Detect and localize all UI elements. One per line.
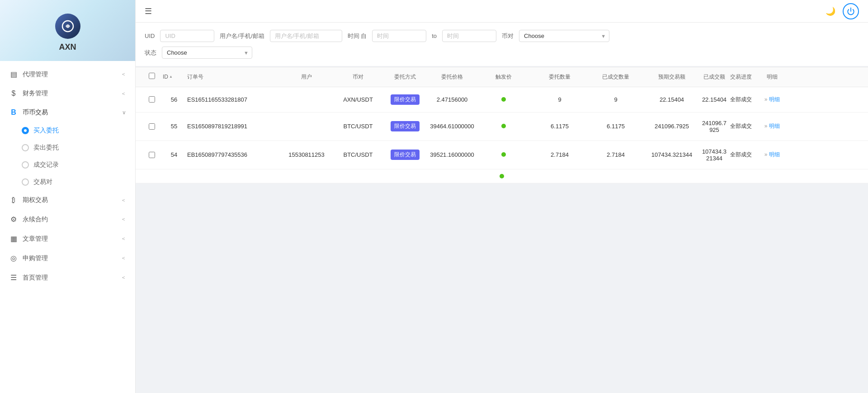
sidebar-item-perpetual[interactable]: ⚙ 永续合约 ＜: [0, 210, 135, 229]
row3-arrow: »: [764, 151, 768, 158]
hamburger-icon[interactable]: ☰: [145, 6, 152, 16]
row2-checkbox-cell[interactable]: [143, 123, 161, 130]
article-mgmt-label: 文章管理: [23, 235, 48, 243]
row2-method: 限价交易: [382, 121, 428, 131]
sell-orders-label: 卖出委托: [33, 144, 59, 152]
sidebar-item-trade-records[interactable]: 成交记录: [0, 156, 135, 173]
coin-trade-icon: B: [9, 108, 18, 117]
sidebar-item-trade-pairs[interactable]: 交易对: [0, 173, 135, 191]
username-input[interactable]: [270, 30, 342, 42]
th-trigger: 触发价: [476, 74, 531, 81]
th-method: 委托方式: [382, 74, 428, 81]
sidebar-item-ipo-mgmt[interactable]: ◎ 申购管理 ＜: [0, 248, 135, 268]
status-select-wrap: Choose ▼: [162, 47, 252, 59]
row1-checkbox[interactable]: [143, 96, 161, 103]
sidebar-item-home-mgmt[interactable]: ☰ 首页管理 ＜: [0, 268, 135, 287]
time-to-input[interactable]: [442, 30, 496, 42]
time-from-input[interactable]: [372, 30, 426, 42]
perpetual-icon: ⚙: [9, 215, 18, 224]
row2-trigger: [476, 123, 531, 130]
row2-method-badge: 限价交易: [391, 121, 420, 131]
finance-mgmt-arrow: ＜: [121, 90, 126, 98]
pair-select[interactable]: Choose AXN/USDT BTC/USDT: [519, 30, 609, 42]
th-filled-vol: 已成交额: [701, 74, 728, 81]
filter-row-1: UID 用户名/手机/邮箱 时间 自 to 币对 Choose AXN/USDT…: [145, 30, 859, 42]
row1-trigger: [476, 96, 531, 103]
uid-input[interactable]: [160, 30, 214, 42]
row2-expected-vol: 241096.7925: [645, 123, 699, 130]
row1-progress-text: 全部成交: [730, 96, 752, 103]
coin-trade-arrow: ∨: [122, 109, 126, 116]
th-checkbox: [143, 73, 161, 81]
power-button[interactable]: [843, 3, 859, 19]
perpetual-label: 永续合约: [23, 215, 48, 224]
row2-detail: » 明细: [754, 122, 790, 130]
moon-icon[interactable]: 🌙: [826, 6, 835, 16]
row2-qty: 6.1175: [533, 123, 587, 130]
row1-progress: 全部成交: [730, 96, 752, 103]
agent-mgmt-icon: ▤: [9, 70, 18, 79]
sidebar-logo: AXN: [0, 0, 135, 61]
row2-check[interactable]: [149, 123, 155, 130]
status-label: 状态: [145, 49, 156, 57]
th-price: 委托价格: [429, 74, 475, 81]
row1-filled-vol: 22.15404: [701, 96, 728, 103]
logo-text: AXN: [59, 42, 76, 52]
article-mgmt-arrow: ＜: [121, 235, 126, 243]
row1-id: 56: [163, 96, 185, 103]
perpetual-arrow: ＜: [121, 215, 126, 223]
th-detail: 明细: [754, 74, 790, 81]
id-sort[interactable]: ▲: [169, 75, 173, 79]
futures-arrow: ＜: [121, 196, 126, 204]
sidebar-item-article-mgmt[interactable]: ▦ 文章管理 ＜: [0, 229, 135, 248]
row1-check[interactable]: [149, 96, 155, 103]
row1-trigger-dot: [501, 97, 506, 102]
header-checkbox[interactable]: [149, 73, 155, 79]
sidebar-item-buy-orders[interactable]: 买入委托: [0, 122, 135, 139]
row2-pair: BTC/USDT: [335, 123, 381, 130]
home-mgmt-label: 首页管理: [23, 274, 48, 282]
row3-price: 39521.16000000: [429, 151, 475, 158]
ipo-mgmt-arrow: ＜: [121, 254, 126, 262]
row3-filled-qty: 2.7184: [589, 151, 643, 158]
row3-filled-vol: 107434.321344: [701, 148, 728, 162]
futures-icon: ₿: [9, 196, 18, 204]
ipo-mgmt-icon: ◎: [9, 254, 18, 262]
row1-detail-link[interactable]: 明细: [769, 96, 780, 103]
sidebar-item-agent-mgmt[interactable]: ▤ 代理管理 ＜: [0, 65, 135, 84]
futures-label: 期权交易: [23, 196, 48, 204]
row3-checkbox-cell[interactable]: [143, 152, 161, 158]
row3-check[interactable]: [149, 152, 155, 158]
status-select[interactable]: Choose: [162, 47, 252, 59]
row3-id: 54: [163, 151, 185, 158]
home-mgmt-icon: ☰: [9, 273, 18, 282]
sidebar-item-sell-orders[interactable]: 卖出委托: [0, 139, 135, 156]
sidebar-item-finance-mgmt[interactable]: $ 财务管理 ＜: [0, 84, 135, 103]
table-row-3: 54 EB1650897797435536 15530811253 BTC/US…: [143, 141, 861, 169]
row2-trigger-dot: [501, 124, 506, 128]
ipo-mgmt-label: 申购管理: [23, 254, 48, 262]
sidebar-nav: ▤ 代理管理 ＜ $ 财务管理 ＜ B 币币交易 ∨ 买入委托: [0, 61, 135, 393]
th-expected-vol: 预期交易额: [645, 74, 699, 81]
row3-progress-text: 全部成交: [730, 151, 752, 159]
logo-icon: [55, 14, 80, 39]
sell-orders-dot: [22, 144, 29, 151]
row3-trigger-dot: [501, 152, 506, 157]
row3-progress: 全部成交: [730, 151, 752, 159]
sidebar-item-futures[interactable]: ₿ 期权交易 ＜: [0, 191, 135, 210]
row3-detail-link[interactable]: 明细: [769, 151, 780, 158]
article-mgmt-icon: ▦: [9, 234, 18, 243]
coin-trade-submenu: 买入委托 卖出委托 成交记录 交易对: [0, 122, 135, 191]
row2-progress: 全部成交: [730, 122, 752, 130]
row2-progress-text: 全部成交: [730, 122, 752, 130]
row2-detail-link[interactable]: 明细: [769, 123, 780, 129]
topbar-right: 🌙: [826, 3, 859, 19]
time-to-label: to: [432, 33, 437, 39]
row2-arrow: »: [764, 123, 768, 129]
topbar: ☰ 🌙: [136, 0, 868, 23]
row3-qty: 2.7184: [533, 151, 587, 158]
sidebar-item-coin-trade[interactable]: B 币币交易 ∨: [0, 103, 135, 122]
row1-qty: 9: [533, 96, 587, 103]
table-row-1: 56 ES1651165533281807 AXN/USDT 限价交易 2.47…: [143, 87, 861, 112]
th-filled-qty: 已成交数量: [589, 74, 643, 81]
